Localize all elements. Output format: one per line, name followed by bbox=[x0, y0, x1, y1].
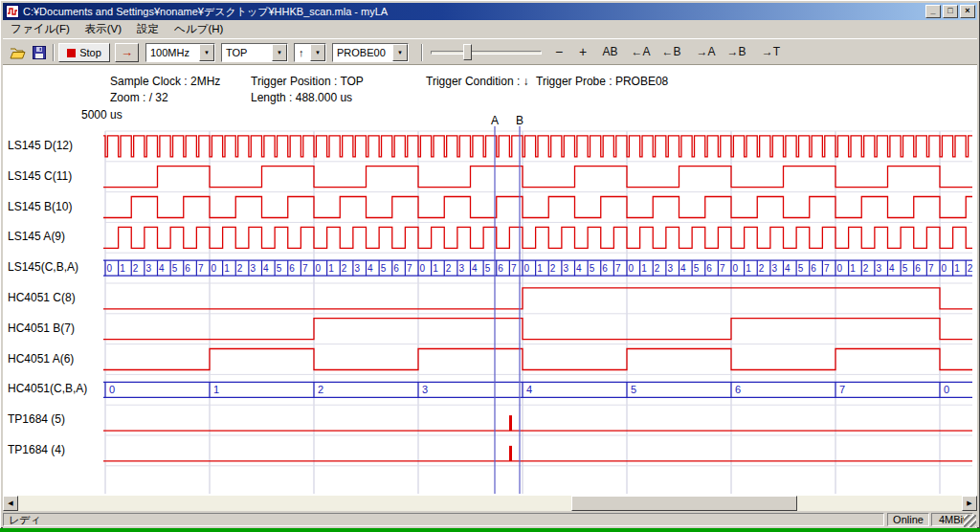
svg-text:1: 1 bbox=[328, 263, 334, 274]
open-file-button[interactable] bbox=[7, 42, 28, 63]
svg-text:2: 2 bbox=[342, 263, 347, 274]
svg-text:1: 1 bbox=[224, 263, 230, 274]
svg-text:2: 2 bbox=[318, 384, 323, 395]
svg-text:3: 3 bbox=[458, 263, 464, 274]
menu-view[interactable]: 表示(V) bbox=[78, 20, 129, 38]
svg-text:1: 1 bbox=[213, 384, 219, 395]
svg-text:6: 6 bbox=[498, 263, 503, 274]
svg-text:4: 4 bbox=[680, 263, 686, 274]
svg-text:6: 6 bbox=[706, 263, 712, 274]
maximize-button[interactable]: □ bbox=[943, 5, 958, 18]
svg-text:0: 0 bbox=[316, 263, 322, 274]
resize-grip[interactable] bbox=[964, 515, 976, 527]
zoom-slider-track[interactable] bbox=[431, 51, 542, 55]
stop-button[interactable]: Stop bbox=[58, 43, 110, 62]
svg-text:7: 7 bbox=[615, 263, 621, 274]
svg-text:6: 6 bbox=[811, 263, 816, 274]
window-title: C:¥Documents and Settings¥noname¥デスクトップ¥… bbox=[19, 4, 924, 19]
sample-clock-selected: 100MHz bbox=[150, 47, 189, 59]
menu-file[interactable]: ファイル(F) bbox=[3, 20, 78, 38]
scroll-left-arrow-icon[interactable]: ◀ bbox=[3, 496, 18, 511]
toolbar: Stop → 100MHz ▼ TOP ▼ ↑ ▼ PROBE00 ▼ − + … bbox=[3, 38, 977, 65]
svg-text:0: 0 bbox=[212, 263, 217, 274]
status-bar: レディ Online 4MBit bbox=[3, 511, 977, 528]
close-button[interactable]: × bbox=[960, 5, 975, 18]
svg-text:0: 0 bbox=[629, 263, 635, 274]
dropdown-arrow-icon[interactable]: ▼ bbox=[272, 44, 287, 61]
ab-cursor-button[interactable]: AB bbox=[597, 43, 623, 62]
title-bar[interactable]: C:¥Documents and Settings¥noname¥デスクトップ¥… bbox=[3, 3, 977, 20]
svg-text:7: 7 bbox=[824, 263, 830, 274]
horizontal-scrollbar[interactable]: ◀ ▶ bbox=[3, 496, 977, 511]
svg-text:5: 5 bbox=[381, 263, 387, 274]
goto-b-left-button[interactable]: ←B bbox=[657, 43, 685, 62]
status-ready-text: レディ bbox=[3, 513, 884, 526]
toolbar-separator bbox=[53, 44, 55, 61]
zoom-slider-thumb[interactable] bbox=[463, 44, 472, 60]
svg-text:0: 0 bbox=[733, 263, 739, 274]
svg-text:2: 2 bbox=[446, 263, 452, 274]
svg-text:3: 3 bbox=[145, 263, 151, 274]
svg-text:7: 7 bbox=[928, 263, 934, 274]
dropdown-arrow-icon[interactable]: ▼ bbox=[310, 44, 325, 61]
svg-text:3: 3 bbox=[667, 263, 673, 274]
svg-text:2: 2 bbox=[655, 263, 660, 274]
svg-text:1: 1 bbox=[433, 263, 438, 274]
trigger-position-selected: TOP bbox=[226, 47, 247, 59]
svg-text:6: 6 bbox=[602, 263, 608, 274]
scroll-right-arrow-icon[interactable]: ▶ bbox=[962, 496, 977, 511]
trigger-position-select[interactable]: TOP ▼ bbox=[221, 43, 288, 62]
svg-text:5: 5 bbox=[485, 263, 491, 274]
svg-text:4: 4 bbox=[526, 384, 532, 395]
goto-a-left-button[interactable]: ←A bbox=[627, 43, 655, 62]
zoom-out-button[interactable]: − bbox=[548, 43, 569, 62]
svg-text:7: 7 bbox=[720, 263, 725, 274]
svg-text:7: 7 bbox=[302, 263, 308, 274]
svg-text:4: 4 bbox=[472, 263, 478, 274]
trigger-probe-selected: PROBE00 bbox=[337, 47, 386, 59]
svg-text:4: 4 bbox=[785, 263, 791, 274]
menu-settings[interactable]: 設定 bbox=[129, 20, 167, 38]
svg-text:1: 1 bbox=[850, 263, 856, 274]
goto-trigger-button[interactable]: →T bbox=[757, 43, 785, 62]
trigger-probe-select[interactable]: PROBE00 ▼ bbox=[332, 43, 409, 62]
app-window: C:¥Documents and Settings¥noname¥デスクトップ¥… bbox=[0, 0, 980, 528]
svg-text:3: 3 bbox=[876, 263, 881, 274]
minimize-button[interactable]: _ bbox=[925, 5, 941, 18]
goto-b-right-button[interactable]: →B bbox=[723, 43, 750, 62]
waveform-plot[interactable]: 0123456701234567012345670123456701234567… bbox=[3, 65, 977, 496]
svg-text:2: 2 bbox=[759, 263, 765, 274]
svg-text:6: 6 bbox=[185, 263, 190, 274]
svg-text:1: 1 bbox=[954, 263, 960, 274]
svg-text:1: 1 bbox=[537, 263, 543, 274]
stop-label: Stop bbox=[79, 47, 101, 58]
sample-clock-select[interactable]: 100MHz ▼ bbox=[145, 43, 215, 62]
svg-text:2: 2 bbox=[550, 263, 556, 274]
svg-text:6: 6 bbox=[393, 263, 399, 274]
app-icon bbox=[6, 5, 19, 18]
svg-text:5: 5 bbox=[902, 263, 908, 274]
run-button[interactable]: → bbox=[115, 43, 139, 62]
save-file-button[interactable] bbox=[29, 42, 50, 63]
trigger-edge-select[interactable]: ↑ ▼ bbox=[294, 43, 326, 62]
svg-text:4: 4 bbox=[159, 263, 165, 274]
goto-a-right-button[interactable]: →A bbox=[692, 43, 720, 62]
svg-text:6: 6 bbox=[915, 263, 921, 274]
svg-text:7: 7 bbox=[198, 263, 204, 274]
svg-text:2: 2 bbox=[863, 263, 869, 274]
svg-text:5: 5 bbox=[590, 263, 595, 274]
dropdown-arrow-icon[interactable]: ▼ bbox=[199, 44, 214, 61]
svg-text:7: 7 bbox=[511, 263, 517, 274]
svg-text:3: 3 bbox=[354, 263, 360, 274]
scrollbar-thumb[interactable] bbox=[571, 496, 797, 511]
svg-text:4: 4 bbox=[368, 263, 373, 274]
menu-help[interactable]: ヘルプ(H) bbox=[167, 20, 231, 38]
svg-text:2: 2 bbox=[968, 263, 973, 274]
svg-text:1: 1 bbox=[746, 263, 751, 274]
run-arrow-icon: → bbox=[121, 45, 133, 59]
svg-text:5: 5 bbox=[631, 384, 636, 395]
dropdown-arrow-icon[interactable]: ▼ bbox=[392, 44, 408, 61]
svg-text:0: 0 bbox=[420, 263, 426, 274]
zoom-in-button[interactable]: + bbox=[572, 43, 593, 62]
toolbar-separator bbox=[421, 44, 423, 61]
